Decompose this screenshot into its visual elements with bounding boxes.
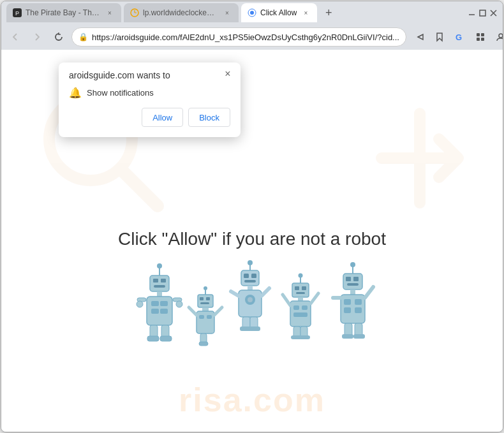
svg-point-6 bbox=[250, 11, 254, 15]
popup-buttons: Allow Block bbox=[69, 108, 230, 127]
svg-point-75 bbox=[299, 274, 303, 278]
svg-rect-100 bbox=[355, 299, 362, 305]
tab-pirate-bay[interactable]: P The Pirate Bay - The gal... × bbox=[6, 3, 121, 22]
svg-marker-12 bbox=[437, 33, 442, 41]
svg-rect-51 bbox=[196, 311, 214, 334]
share-button[interactable] bbox=[410, 28, 428, 46]
watermark-bottom: risa.com bbox=[179, 381, 325, 419]
svg-rect-53 bbox=[207, 315, 212, 319]
svg-rect-73 bbox=[249, 327, 260, 331]
svg-rect-76 bbox=[292, 283, 309, 297]
toolbar-icons: G bbox=[410, 28, 503, 46]
svg-rect-64 bbox=[248, 286, 253, 290]
svg-rect-14 bbox=[477, 33, 480, 36]
svg-rect-43 bbox=[160, 336, 172, 341]
svg-line-11 bbox=[418, 34, 423, 37]
svg-line-85 bbox=[283, 295, 290, 305]
svg-rect-42 bbox=[147, 336, 159, 341]
popup-close-button[interactable]: × bbox=[221, 68, 234, 80]
tab2-label: lp.worldwideclockextens... bbox=[143, 8, 218, 17]
tab1-close-button[interactable]: × bbox=[105, 8, 115, 18]
svg-rect-52 bbox=[199, 315, 204, 319]
tab-clock-ext[interactable]: lp.worldwideclockextens... × bbox=[124, 3, 239, 22]
block-button[interactable]: Block bbox=[188, 108, 230, 127]
bell-icon: 🔔 bbox=[69, 87, 82, 99]
svg-rect-35 bbox=[160, 309, 168, 314]
svg-rect-93 bbox=[343, 274, 362, 290]
svg-rect-8 bbox=[480, 10, 485, 16]
chrome-tab-icon bbox=[248, 8, 256, 17]
svg-rect-31 bbox=[147, 297, 172, 325]
tab-click-allow[interactable]: Click Allow × bbox=[241, 3, 317, 22]
svg-rect-61 bbox=[244, 274, 249, 278]
svg-line-69 bbox=[262, 288, 269, 296]
forward-button[interactable] bbox=[28, 28, 46, 46]
svg-rect-34 bbox=[151, 309, 159, 314]
popup-title: aroidsguide.com wants to bbox=[69, 70, 230, 80]
google-button[interactable]: G bbox=[451, 28, 469, 46]
svg-rect-15 bbox=[481, 33, 484, 36]
svg-rect-84 bbox=[293, 312, 308, 317]
svg-rect-28 bbox=[161, 279, 166, 283]
svg-rect-33 bbox=[160, 301, 168, 306]
address-bar[interactable]: 🔒 https://aroidsguide.com/fAlE2dnU_xs1PS… bbox=[71, 27, 406, 47]
svg-rect-49 bbox=[200, 302, 209, 304]
reload-button[interactable] bbox=[50, 28, 68, 46]
window-controls bbox=[468, 9, 498, 17]
svg-rect-57 bbox=[199, 342, 208, 346]
new-tab-button[interactable]: + bbox=[320, 4, 337, 22]
tab1-label: The Pirate Bay - The gal... bbox=[26, 8, 101, 17]
profile-button[interactable] bbox=[492, 28, 503, 46]
tab3-close-button[interactable]: × bbox=[300, 8, 311, 18]
svg-rect-78 bbox=[302, 286, 306, 290]
page-content: Click "Allow" if you are not a robot bbox=[1, 50, 503, 432]
svg-rect-90 bbox=[299, 335, 310, 339]
tab2-close-button[interactable]: × bbox=[222, 8, 232, 18]
grid-button[interactable] bbox=[471, 28, 489, 46]
svg-rect-97 bbox=[350, 290, 355, 295]
maximize-button[interactable] bbox=[478, 9, 487, 17]
svg-line-86 bbox=[311, 293, 318, 304]
watermark-arrows bbox=[369, 101, 484, 216]
back-button[interactable] bbox=[6, 28, 24, 46]
svg-line-55 bbox=[214, 307, 222, 315]
svg-rect-83 bbox=[302, 305, 308, 310]
allow-button[interactable]: Allow bbox=[142, 108, 183, 127]
svg-rect-82 bbox=[293, 305, 299, 310]
title-bar: P The Pirate Bay - The gal... × lp.world… bbox=[1, 1, 503, 24]
svg-rect-62 bbox=[251, 274, 256, 278]
lock-icon: 🔒 bbox=[78, 33, 88, 41]
svg-rect-17 bbox=[481, 38, 484, 41]
svg-point-18 bbox=[499, 34, 503, 38]
tab3-label: Click Allow bbox=[260, 8, 297, 17]
svg-rect-29 bbox=[154, 285, 165, 288]
svg-point-38 bbox=[137, 301, 143, 307]
svg-rect-63 bbox=[244, 280, 256, 283]
close-window-button[interactable] bbox=[489, 9, 498, 17]
robots-illustration bbox=[118, 253, 386, 381]
svg-line-103 bbox=[365, 287, 373, 298]
svg-rect-79 bbox=[296, 292, 305, 294]
svg-text:P: P bbox=[15, 10, 19, 17]
svg-rect-48 bbox=[206, 297, 210, 300]
address-bar-row: 🔒 https://aroidsguide.com/fAlE2dnU_xs1PS… bbox=[1, 24, 503, 50]
svg-line-68 bbox=[231, 291, 239, 296]
svg-point-25 bbox=[157, 263, 162, 268]
clock-ext-icon bbox=[130, 8, 139, 17]
svg-line-23 bbox=[121, 170, 158, 206]
popup-permission-row: 🔔 Show notifications bbox=[69, 87, 230, 99]
svg-rect-50 bbox=[202, 307, 209, 311]
svg-rect-47 bbox=[200, 297, 204, 300]
popup-permission-text: Show notifications bbox=[87, 88, 154, 98]
svg-rect-101 bbox=[344, 307, 351, 313]
robots-svg bbox=[118, 253, 386, 381]
svg-line-54 bbox=[189, 307, 196, 315]
svg-rect-108 bbox=[353, 334, 365, 339]
minimize-button[interactable] bbox=[468, 9, 476, 17]
bookmark-button[interactable] bbox=[431, 28, 448, 46]
svg-rect-46 bbox=[198, 295, 213, 307]
svg-text:G: G bbox=[456, 33, 462, 42]
svg-point-39 bbox=[176, 301, 182, 307]
svg-rect-27 bbox=[153, 279, 158, 283]
svg-rect-107 bbox=[342, 334, 353, 339]
